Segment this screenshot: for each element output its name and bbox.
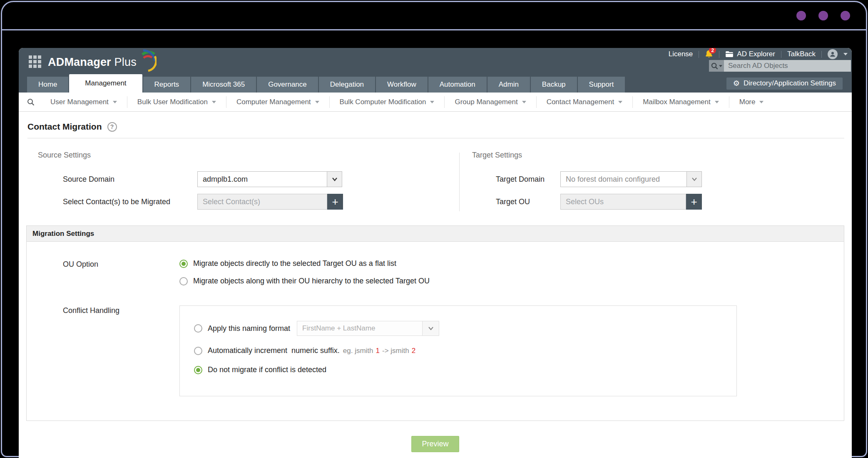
divider — [719, 51, 719, 58]
naming-format-value: FirstName + LastName — [297, 321, 422, 335]
target-settings-heading: Target Settings — [472, 151, 844, 160]
naming-format-select[interactable]: FirstName + LastName — [297, 321, 439, 336]
select-contacts-input[interactable] — [197, 194, 327, 210]
source-domain-label: Source Domain — [63, 175, 197, 184]
dropdown-arrow-button[interactable] — [327, 172, 342, 187]
divider — [781, 51, 781, 58]
source-settings-section: Source Settings Source Domain admplb1.co… — [26, 151, 459, 216]
tab-admin[interactable]: Admin — [487, 77, 530, 93]
tab-automation[interactable]: Automation — [428, 77, 487, 93]
apps-grid-icon[interactable] — [29, 55, 41, 68]
search-icon — [27, 98, 35, 106]
tab-reports[interactable]: Reports — [143, 77, 191, 93]
outer-titlebar — [2, 2, 866, 30]
subnav-label: Computer Management — [236, 98, 311, 106]
logo-text-light: Plus — [114, 56, 137, 68]
conflict-naming-format-option[interactable]: Apply this naming format FirstName + Las… — [194, 321, 736, 336]
directory-application-settings-button[interactable]: Directory/Application Settings — [726, 78, 843, 90]
ou-option-flat-list[interactable]: Migrate objects directly to the selected… — [179, 259, 430, 268]
tab-backup[interactable]: Backup — [531, 77, 577, 93]
radio-unselected-icon[interactable] — [194, 347, 202, 355]
chevron-down-icon — [428, 325, 434, 331]
source-domain-select[interactable]: admplb1.com — [197, 171, 342, 187]
radio-label-suffix: numeric suffix. — [291, 346, 340, 355]
user-avatar-icon — [828, 49, 838, 59]
subnav-mailbox-management[interactable]: Mailbox Management — [632, 96, 729, 108]
account-menu[interactable] — [828, 49, 848, 59]
subnav-bulk-user-modification[interactable]: Bulk User Modification — [127, 96, 226, 108]
radio-selected-icon[interactable] — [194, 366, 202, 374]
subnav-search-button[interactable] — [25, 98, 40, 106]
license-link[interactable]: License — [669, 50, 693, 58]
help-icon[interactable]: ? — [107, 122, 117, 132]
chevron-down-icon — [522, 101, 526, 103]
preview-button[interactable]: Preview — [411, 436, 459, 452]
chevron-down-icon — [843, 53, 848, 55]
tab-support[interactable]: Support — [578, 77, 625, 93]
subnav-computer-management[interactable]: Computer Management — [226, 96, 329, 108]
tab-management[interactable]: Management — [69, 74, 142, 93]
ou-option-row: OU Option Migrate objects directly to th… — [27, 259, 844, 285]
radio-unselected-icon[interactable] — [194, 324, 202, 333]
subnav-label: Contact Management — [547, 98, 614, 106]
add-ou-button[interactable]: + — [686, 194, 702, 210]
tab-workflow[interactable]: Workflow — [376, 77, 428, 93]
migration-settings-heading: Migration Settings — [27, 226, 844, 242]
radio-selected-icon[interactable] — [179, 260, 188, 268]
conflict-skip-option[interactable]: Do not migrate if conflict is detected — [194, 365, 736, 374]
select-contacts-picker: + — [197, 194, 343, 210]
target-domain-select[interactable]: No forest domain configured — [560, 171, 702, 187]
subnav-label: User Management — [50, 98, 109, 106]
management-subnav: User Management Bulk User Modification C… — [19, 93, 852, 112]
radio-label: Migrate objects along with their OU hier… — [193, 277, 430, 285]
ad-explorer-link[interactable]: AD Explorer — [725, 50, 775, 58]
target-domain-value: No forest domain configured — [561, 172, 686, 187]
tab-home[interactable]: Home — [27, 77, 68, 93]
search-ad-objects-input[interactable] — [724, 60, 851, 72]
radio-label: Automatically increment — [208, 346, 287, 355]
main-tab-bar: Home Management Reports Microsoft 365 Go… — [19, 74, 852, 93]
radio-label: Migrate objects directly to the selected… — [193, 259, 396, 268]
radio-label: Do not migrate if conflict is detected — [208, 365, 326, 374]
subnav-contact-management[interactable]: Contact Management — [536, 96, 633, 108]
example-number: 1 — [376, 347, 380, 355]
ou-option-hierarchy[interactable]: Migrate objects along with their OU hier… — [179, 277, 430, 285]
conflict-increment-option[interactable]: Automatically increment numeric suffix. … — [194, 346, 736, 355]
example-text: -> jsmith — [382, 347, 409, 355]
titlebar-dot — [796, 11, 806, 20]
conflict-handling-label: Conflict Handling — [63, 305, 179, 315]
tab-delegation[interactable]: Delegation — [319, 77, 375, 93]
subnav-more[interactable]: More — [729, 96, 774, 108]
subnav-user-management[interactable]: User Management — [40, 96, 127, 108]
gear-icon — [733, 79, 740, 88]
admanager-window: ADManager Plus License 2 — [19, 48, 852, 458]
add-contacts-button[interactable]: + — [327, 194, 343, 210]
notifications-button[interactable]: 2 — [705, 50, 713, 59]
source-domain-value: admplb1.com — [198, 172, 327, 187]
dropdown-arrow-button[interactable] — [422, 321, 439, 335]
top-utility-links: License 2 AD Explorer TalkBack — [669, 48, 848, 60]
search-scope-button[interactable] — [709, 60, 724, 72]
subnav-group-management[interactable]: Group Management — [444, 96, 536, 108]
chevron-down-icon — [332, 176, 338, 182]
folder-icon — [725, 51, 734, 58]
subnav-label: Group Management — [455, 98, 517, 106]
titlebar-dot — [841, 11, 850, 20]
migration-settings-box: Migration Settings OU Option Migrate obj… — [26, 225, 844, 421]
tab-microsoft-365[interactable]: Microsoft 365 — [191, 77, 256, 93]
tab-governance[interactable]: Governance — [257, 77, 318, 93]
talkback-link[interactable]: TalkBack — [787, 50, 816, 58]
titlebar-dot — [818, 11, 828, 20]
dropdown-arrow-button[interactable] — [686, 172, 701, 187]
ad-search-bar — [709, 60, 851, 72]
subnav-label: Mailbox Management — [643, 98, 711, 106]
target-ou-input[interactable] — [560, 194, 686, 210]
radio-unselected-icon[interactable] — [179, 277, 188, 285]
ou-option-label: OU Option — [63, 259, 179, 269]
page-content: Contact Migration ? Source Settings Sour… — [19, 112, 852, 452]
subnav-label: More — [739, 98, 756, 106]
subnav-bulk-computer-modification[interactable]: Bulk Computer Modification — [329, 96, 445, 108]
target-settings-section: Target Settings Target Domain No forest … — [460, 151, 844, 216]
search-icon — [711, 63, 718, 70]
title-divider — [27, 138, 844, 138]
